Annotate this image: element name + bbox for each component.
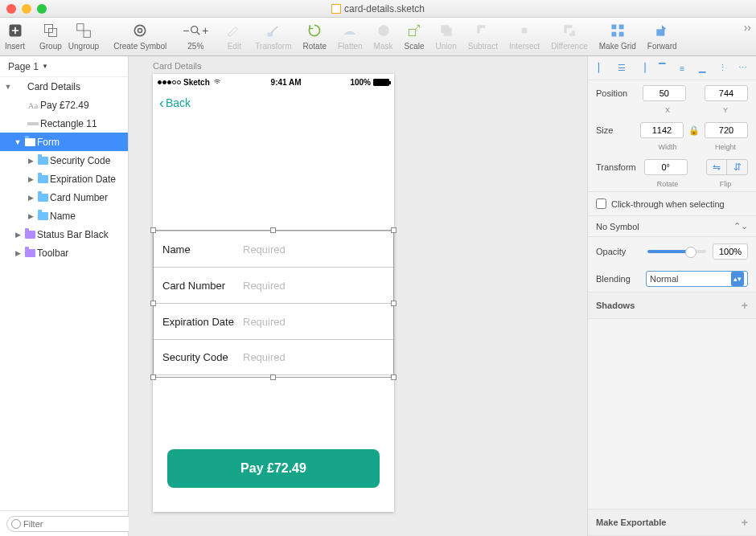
zoom-icon: − + — [178, 21, 213, 40]
plus-icon[interactable]: + — [742, 299, 748, 312]
position-y-field[interactable] — [705, 85, 748, 101]
opacity-field[interactable] — [713, 243, 748, 260]
page-selector[interactable]: Page 1▼ — [0, 56, 128, 77]
layer-shape[interactable]: Rectangle 11 — [0, 114, 128, 133]
wifi-icon — [212, 79, 222, 86]
dropdown-icon: ▴▾ — [731, 272, 744, 286]
height-field[interactable] — [705, 122, 748, 138]
scale-button[interactable]: Scale — [405, 21, 425, 51]
text-icon: Aa — [28, 100, 39, 110]
alignment-controls: ▏ ☰ ▕ ▔ ≡ ▁ ⋮ ⋯ — [588, 56, 756, 80]
grid-icon — [608, 21, 627, 40]
back-button[interactable]: ‹ Back — [159, 96, 191, 110]
transform-icon — [264, 21, 283, 40]
distribute-h-icon[interactable]: ⋮ — [715, 61, 729, 76]
symbol-selector[interactable]: No Symbol ⌃⌄ — [588, 216, 756, 237]
folder-icon — [38, 157, 48, 165]
zoom-control[interactable]: − + 25% — [178, 21, 213, 51]
form-row-card: Card NumberRequired — [153, 267, 394, 303]
filter-wrap — [6, 516, 142, 532]
layer-artboard[interactable]: ▼Card Details — [0, 77, 128, 96]
position-x-field[interactable] — [643, 85, 686, 101]
intersect-button[interactable]: Intersect — [509, 21, 540, 51]
align-left-icon[interactable]: ▏ — [594, 61, 609, 76]
artboard[interactable]: Sketch 9:41 AM 100% ‹ Back NameRequired … — [153, 74, 394, 512]
subtract-icon — [473, 21, 492, 40]
transform-button[interactable]: Transform — [255, 21, 291, 51]
svg-rect-9 — [267, 33, 273, 37]
svg-rect-4 — [84, 31, 90, 37]
form-row-name: NameRequired — [153, 231, 394, 267]
svg-rect-18 — [618, 32, 623, 37]
layer-form-group[interactable]: ▼Form — [0, 133, 128, 151]
layers-sidebar: Page 1▼ ▼Card Details AaPay £72.49 Recta… — [0, 56, 129, 536]
ios-status-bar: Sketch 9:41 AM 100% — [153, 74, 394, 90]
rotate-button[interactable]: Rotate — [303, 21, 327, 51]
width-field[interactable] — [640, 122, 684, 138]
svg-point-6 — [138, 29, 142, 33]
edit-button[interactable]: Edit — [224, 21, 244, 51]
subtract-button[interactable]: Subtract — [468, 21, 498, 51]
layer-name[interactable]: ▶Name — [0, 207, 128, 225]
canvas[interactable]: Card Details Sketch 9:41 AM 100% ‹ Back — [129, 56, 587, 536]
flip-h-icon[interactable]: ⇋ — [707, 160, 727, 174]
align-top-icon[interactable]: ▔ — [655, 61, 669, 76]
lock-icon[interactable]: 🔒 — [688, 125, 700, 136]
difference-icon — [560, 21, 579, 40]
pay-button[interactable]: Pay £72.49 — [167, 449, 380, 488]
svg-rect-15 — [611, 25, 616, 30]
layer-toolbar[interactable]: ▶Toolbar — [0, 243, 128, 262]
mask-button[interactable]: Mask — [374, 21, 393, 51]
align-center-h-icon[interactable]: ☰ — [614, 61, 629, 76]
folder-icon — [38, 175, 48, 183]
toolbar-overflow-icon[interactable]: ›› — [744, 21, 751, 34]
blending-select[interactable]: Normal ▴▾ — [646, 271, 748, 287]
ungroup-button[interactable]: Ungroup — [68, 21, 99, 51]
plus-icon[interactable]: + — [742, 516, 748, 529]
form-group[interactable]: NameRequired Card NumberRequired Expirat… — [153, 231, 394, 375]
stepper-icon: ⌃⌄ — [733, 221, 748, 231]
close-window-icon[interactable] — [6, 4, 16, 14]
flatten-button[interactable]: Flatten — [338, 21, 363, 51]
layer-text[interactable]: AaPay £72.49 — [0, 96, 128, 114]
minimize-window-icon[interactable] — [22, 4, 31, 14]
union-button[interactable]: Union — [436, 21, 457, 51]
folder-icon — [25, 249, 35, 257]
insert-button[interactable]: Insert — [5, 21, 25, 51]
opacity-label: Opacity — [596, 247, 641, 256]
artboard-label[interactable]: Card Details — [153, 61, 202, 71]
svg-point-5 — [135, 25, 146, 35]
inspector-panel: ▏ ☰ ▕ ▔ ≡ ▁ ⋮ ⋯ Position XY Size 🔒 Width… — [587, 56, 756, 536]
shadows-section[interactable]: Shadows+ — [588, 292, 756, 319]
align-center-v-icon[interactable]: ≡ — [675, 61, 689, 76]
zoom-window-icon[interactable] — [37, 4, 47, 14]
make-grid-button[interactable]: Make Grid — [599, 21, 636, 51]
align-bottom-icon[interactable]: ▁ — [695, 61, 709, 76]
svg-point-10 — [378, 25, 388, 35]
difference-button[interactable]: Difference — [551, 21, 587, 51]
layer-card-number[interactable]: ▶Card Number — [0, 188, 128, 207]
window-controls — [6, 4, 47, 14]
group-icon — [41, 21, 60, 40]
file-icon — [331, 4, 341, 14]
filter-input[interactable] — [6, 516, 142, 532]
layer-status-bar[interactable]: ▶Status Bar Black — [0, 225, 128, 243]
union-icon — [437, 21, 456, 40]
folder-icon — [25, 138, 35, 146]
opacity-slider[interactable] — [647, 250, 706, 253]
flip-v-icon[interactable]: ⇵ — [727, 160, 747, 174]
layer-expiration-date[interactable]: ▶Expiration Date — [0, 170, 128, 188]
click-through-row: Click-through when selecting — [588, 191, 756, 216]
position-label: Position — [596, 88, 638, 98]
rotate-field[interactable] — [644, 159, 688, 175]
group-button[interactable]: Group — [39, 21, 62, 51]
create-symbol-button[interactable]: Create Symbol — [113, 21, 166, 51]
align-right-icon[interactable]: ▕ — [635, 61, 649, 76]
layer-security-code[interactable]: ▶Security Code — [0, 151, 128, 170]
form-row-sec: Security CodeRequired — [153, 339, 394, 375]
click-through-checkbox[interactable] — [596, 198, 606, 209]
form-row-exp: Expiration DateRequired — [153, 303, 394, 339]
distribute-v-icon[interactable]: ⋯ — [735, 61, 750, 76]
forward-button[interactable]: Forward — [647, 21, 677, 51]
make-exportable-section[interactable]: Make Exportable+ — [588, 509, 756, 536]
